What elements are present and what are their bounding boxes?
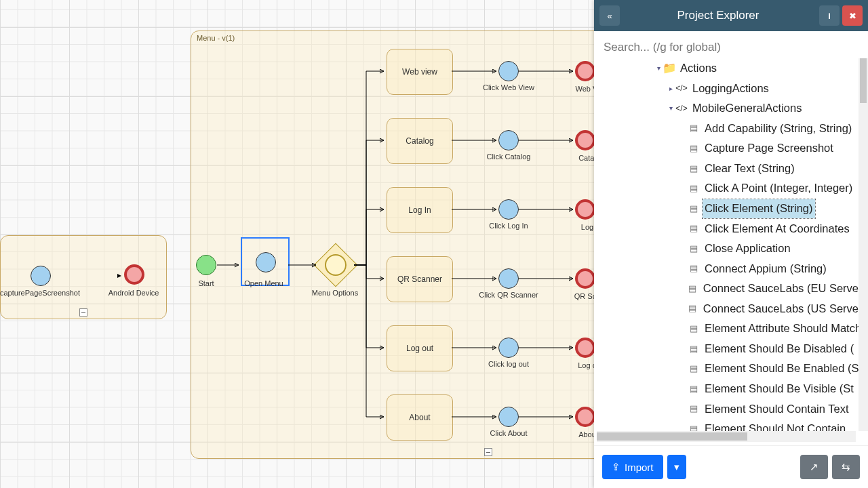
panel-title: Project Explorer (620, 9, 816, 22)
subprocess-screenshot[interactable]: capturePageScreenshot Android Device (0, 235, 167, 319)
click-action-node[interactable] (498, 338, 519, 358)
open-menu-node[interactable] (256, 252, 276, 272)
tree-item-label: Actions (678, 59, 719, 78)
click-action-label: Click log out (473, 360, 545, 368)
panel-header: « Project Explorer i ✖ (594, 0, 868, 31)
end-event[interactable] (575, 199, 595, 220)
tree-item-label: Capture Page Screenshot (703, 139, 835, 158)
tree-item[interactable]: ▤Connect Appium (String) (594, 259, 868, 279)
end-event[interactable] (575, 268, 595, 289)
task-log-in[interactable]: Log In (387, 187, 453, 233)
click-action-node[interactable] (498, 130, 519, 150)
end-event[interactable] (575, 61, 595, 81)
workflow-canvas[interactable]: capturePageScreenshot Android Device Men… (0, 0, 594, 488)
tree-item-label: LoggingActions (690, 79, 771, 98)
tree-item[interactable]: ▾📁Actions (594, 58, 868, 79)
click-action-node[interactable] (498, 268, 519, 289)
end-event[interactable] (575, 338, 595, 358)
task-catalog[interactable]: Catalog (387, 118, 453, 164)
click-action-node[interactable] (498, 199, 519, 220)
tree-item[interactable]: ▤Element Should Be Enabled (S (594, 359, 868, 379)
task-log-out[interactable]: Log out (387, 325, 453, 371)
tree-item-label: Element Attribute Should Match (703, 319, 863, 338)
tree-item-label: Click A Point (Integer, Integer) (703, 179, 854, 198)
tree-item[interactable]: ▾</>MobileGeneralActions (594, 98, 868, 119)
tree-item[interactable]: ▤Element Attribute Should Match (594, 319, 868, 339)
click-action-label: Click About (473, 429, 545, 437)
end-event[interactable] (575, 130, 595, 150)
tree-item-label: MobileGeneralActions (690, 99, 804, 118)
tree-item[interactable]: ▤Close Application (594, 239, 868, 259)
import-button[interactable]: ⇪ Import (602, 455, 663, 479)
arrow (1, 236, 166, 319)
tree-item[interactable]: ▤Connect SauceLabs (EU Server) (594, 279, 868, 299)
tree-item[interactable]: ▤Click Element (String) (594, 199, 868, 219)
click-action-node[interactable] (498, 407, 519, 427)
tree-item[interactable]: ▤Click A Point (Integer, Integer) (594, 178, 868, 199)
search-input[interactable] (601, 35, 867, 60)
click-action-label: Click Catalog (473, 152, 545, 161)
tree-item[interactable]: ▸</>LoggingActions (594, 79, 868, 99)
tree-item-label: Element Should Contain Text (703, 400, 851, 419)
tree-item-label: Close Application (703, 239, 793, 258)
panel-footer: ⇪ Import ▾ ↗ ⇆ (594, 445, 868, 488)
tree-item-label: Connect SauceLabs (EU Server) (701, 279, 868, 298)
tree-item-label: Click Element At Coordinates (703, 220, 852, 239)
tree-item-label: Connect SauceLabs (US Server) (701, 300, 868, 319)
open-external-button[interactable]: ↗ (800, 455, 828, 479)
tree-item[interactable]: ▤Add Capability (String, String) (594, 119, 868, 139)
tree-item[interactable]: ▤Element Should Contain Text (594, 399, 868, 420)
collapse-icon[interactable] (484, 448, 492, 456)
chevron-down-icon: ▾ (674, 461, 679, 473)
tree-item[interactable]: ▤Capture Page Screenshot (594, 138, 868, 159)
start-event[interactable] (196, 255, 216, 275)
sync-icon: ⇆ (842, 461, 850, 473)
tree-item[interactable]: ▤Element Should Be Disabled ( (594, 339, 868, 359)
tree-item-label: Click Element (String) (703, 199, 815, 218)
external-link-icon: ↗ (810, 461, 818, 473)
close-panel-button[interactable]: ✖ (842, 5, 863, 26)
tree-item-label: Add Capability (String, String) (703, 119, 854, 138)
tree-item-label: Element Should Be Visible (St (703, 380, 856, 399)
vertical-scrollbar[interactable] (859, 58, 868, 431)
tree-item-label: Connect Appium (String) (703, 260, 829, 279)
end-event[interactable] (575, 407, 595, 427)
import-dropdown-button[interactable]: ▾ (667, 455, 686, 479)
start-label: Start (190, 279, 222, 287)
open-menu-label: Open Menu (239, 279, 289, 287)
tree-item[interactable]: ▤Element Should Be Visible (St (594, 379, 868, 399)
collapse-panel-button[interactable]: « (599, 5, 620, 26)
click-action-label: Click QR Scanner (473, 291, 545, 299)
tree-item-label: Clear Text (String) (703, 159, 797, 178)
click-action-node[interactable] (498, 61, 519, 81)
refresh-button[interactable]: ⇆ (832, 455, 860, 479)
tree-item-label: Element Should Be Disabled ( (703, 340, 856, 359)
task-qr-scanner[interactable]: QR Scanner (387, 256, 453, 302)
click-action-label: Click Log In (473, 222, 545, 230)
click-action-label: Click Web View (473, 83, 545, 92)
project-explorer-panel: « Project Explorer i ✖ ▾📁Actions▸</>Logg… (594, 0, 868, 488)
import-label: Import (625, 462, 654, 473)
tree-item[interactable]: ▤Connect SauceLabs (US Server) (594, 299, 868, 319)
tree-item[interactable]: ▤Clear Text (String) (594, 159, 868, 179)
task-about[interactable]: About (387, 394, 453, 441)
tree-item[interactable]: ▤Click Element At Coordinates (594, 219, 868, 239)
subprocess-title: Menu - v(1) (197, 34, 235, 42)
upload-icon: ⇪ (612, 461, 620, 473)
tree-item-label: Element Should Be Enabled (S (703, 359, 861, 378)
task-web-view[interactable]: Web view (387, 49, 453, 95)
horizontal-scrollbar[interactable] (597, 431, 856, 442)
tree-scroll-area[interactable]: ▾📁Actions▸</>LoggingActions▾</>MobileGen… (594, 58, 868, 442)
info-button[interactable]: i (819, 5, 840, 26)
gateway-label: Menu Options (307, 289, 363, 297)
